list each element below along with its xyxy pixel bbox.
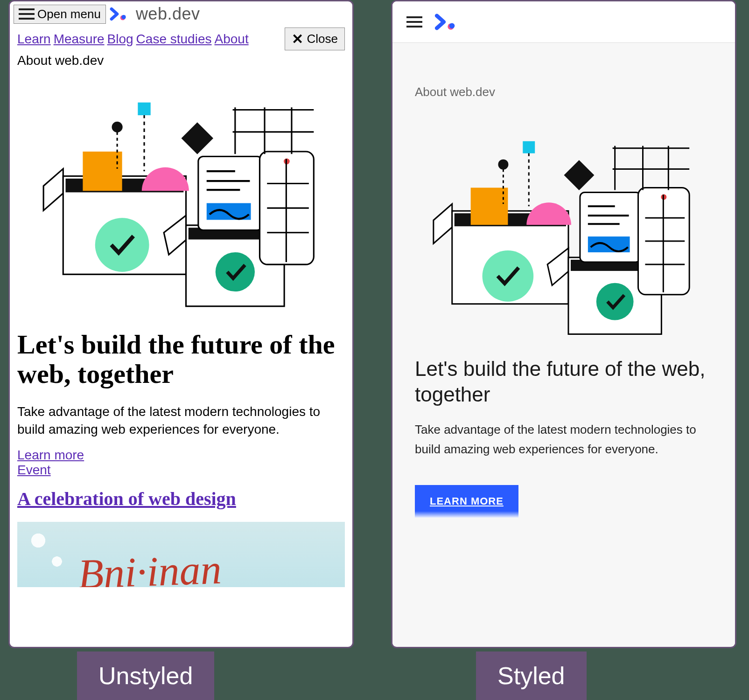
open-menu-label: Open menu [37,7,101,21]
hamburger-icon[interactable] [406,16,422,28]
hamburger-icon [19,8,35,20]
close-label: Close [307,32,338,46]
logo-text: web.dev [136,4,200,24]
cta-label: LEARN MORE [430,495,504,507]
styled-body: About web.dev Let's build the future of … [392,43,735,646]
link-list: Learn more Event [10,448,352,478]
article-image: Bni·inan [17,522,345,587]
link-learn-more[interactable]: Learn more [17,448,84,462]
nav-link-measure[interactable]: Measure [54,32,105,47]
cursive-decoration: Bni·inan [77,545,222,587]
unstyled-nav: Learn Measure Blog Case studies About ✕ … [10,27,352,51]
open-menu-button[interactable]: Open menu [14,5,106,24]
hero-illustration [415,109,713,343]
close-menu-button[interactable]: ✕ Close [285,28,345,50]
fade-overlay [415,511,518,518]
page-subheading: Take advantage of the latest modern tech… [10,394,352,448]
nav-link-about[interactable]: About [214,32,248,47]
page-heading: Let's build the future of the web, toget… [415,356,713,407]
webdev-logo-icon[interactable] [434,13,458,31]
section-heading-text: A celebration of web design [17,488,236,509]
nav-link-case-studies[interactable]: Case studies [136,32,212,47]
page-heading: Let's build the future of the web, toget… [10,316,352,394]
webdev-logo-icon [110,6,128,22]
learn-more-button[interactable]: LEARN MORE [415,485,518,518]
unstyled-panel: Open menu web.dev Learn Measure Blog Cas… [8,0,354,648]
section-heading-link[interactable]: A celebration of web design [10,478,352,514]
styled-header [392,1,735,43]
nav-link-blog[interactable]: Blog [107,32,133,47]
nav-link-learn[interactable]: Learn [17,32,51,47]
about-label: About web.dev [10,51,352,68]
page-subheading: Take advantage of the latest modern tech… [415,420,713,459]
caption-styled: Styled [476,651,587,700]
unstyled-header: Open menu web.dev [10,1,352,27]
caption-unstyled: Unstyled [77,651,214,700]
about-label: About web.dev [415,85,713,99]
close-icon: ✕ [292,31,303,47]
hero-illustration [10,68,352,316]
styled-panel: About web.dev Let's build the future of … [391,0,736,648]
link-event[interactable]: Event [17,463,51,477]
